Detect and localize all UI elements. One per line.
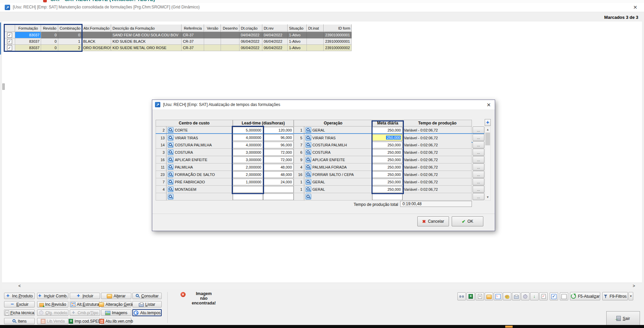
ellipsis-button[interactable]: ...: [473, 178, 484, 185]
cc-name-cell[interactable]: [166, 193, 233, 201]
lookup-magnifier-icon[interactable]: [168, 194, 173, 199]
leadtime-input[interactable]: [233, 186, 263, 193]
row-checkbox[interactable]: ✓: [7, 33, 12, 38]
grid-cell[interactable]: [82, 32, 111, 38]
lookup-magnifier-icon[interactable]: [305, 149, 311, 155]
grid-cell[interactable]: 1-Ativo: [288, 38, 307, 45]
toolbar-button-imagens[interactable]: Imagens: [101, 309, 131, 316]
cc-number-cell[interactable]: 7: [156, 178, 166, 186]
toolbar-button-alt-estrutura[interactable]: Alt.Estrutura: [70, 301, 100, 307]
meta-diaria-input[interactable]: 250,000: [372, 149, 402, 156]
lookup-magnifier-icon[interactable]: [305, 179, 311, 185]
col-header-centro-de-custo[interactable]: Centro de custo: [156, 120, 233, 126]
grid-cell[interactable]: 06/04/2022: [239, 38, 262, 45]
row-checkbox[interactable]: ✓: [7, 39, 12, 44]
tempo-producao-cell[interactable]: [402, 193, 472, 201]
grid-cell[interactable]: 04/04/2022: [262, 32, 288, 38]
grid-cell[interactable]: KID SUEDE METAL ORO ROSE: [111, 45, 182, 51]
operation-name-cell[interactable]: COSTURA PALMILH: [304, 141, 373, 149]
grid-cell[interactable]: 239010000001: [324, 32, 352, 38]
grid-col-header[interactable]: Formulação: [15, 24, 41, 32]
grid-cell[interactable]: 1: [58, 38, 82, 45]
grid-cell[interactable]: 1-Ativo: [288, 32, 307, 38]
toolbar-button-listar[interactable]: Listar: [132, 301, 162, 307]
tempo-producao-cell[interactable]: Variável - 0:02:06,72: [402, 186, 472, 193]
leadtime-hours-input[interactable]: 96,000: [263, 134, 294, 141]
meta-diaria-input[interactable]: 250,000: [372, 127, 402, 134]
leadtime-hours-input[interactable]: [263, 193, 294, 200]
grid-cell[interactable]: BLACK: [82, 38, 111, 45]
leadtime-hours-input[interactable]: 96,000: [263, 142, 294, 148]
grid-col-header[interactable]: Situação: [288, 24, 307, 32]
cc-number-cell[interactable]: 11: [156, 163, 166, 171]
checkbox-checked-button[interactable]: [550, 292, 558, 300]
dialog-row[interactable]: ...: [156, 193, 484, 201]
grid-cell[interactable]: 83037: [15, 38, 41, 45]
op-number-cell[interactable]: 1: [294, 186, 304, 193]
grid-cell[interactable]: 06/04/2022: [239, 45, 262, 51]
tempo-producao-cell[interactable]: Variável - 0:02:06,72: [402, 126, 472, 134]
checkbox-unchecked-button[interactable]: [560, 292, 568, 300]
grid-col-header[interactable]: Descrição da Formulação: [111, 24, 182, 32]
ellipsis-button[interactable]: ...: [473, 156, 484, 163]
meta-diaria-input[interactable]: 250,000: [372, 142, 402, 148]
grid-cell[interactable]: 06/04/2022: [262, 38, 288, 45]
toolbar-button-atu-lib-ven-cmb[interactable]: Atu.lib.ven.cmb: [101, 318, 131, 324]
leadtime-hours-input[interactable]: 72,000: [263, 156, 294, 163]
op-number-cell[interactable]: 9: [294, 156, 304, 163]
op-number-cell[interactable]: 4: [294, 163, 304, 171]
grid-col-header[interactable]: Referência: [182, 24, 204, 32]
grid-cell[interactable]: 0: [41, 45, 58, 51]
grid-col-header[interactable]: Abr.Formulação: [82, 24, 111, 32]
lookup-magnifier-icon[interactable]: [305, 186, 311, 192]
grid-col-header[interactable]: Dt.criação: [239, 24, 262, 32]
dialog-row[interactable]: 7PRÉ FABRICADO1,00000024,0001GERAL250,00…: [156, 178, 484, 186]
ellipsis-button[interactable]: ...: [473, 149, 484, 156]
folder-edit-button[interactable]: [485, 292, 493, 300]
lookup-magnifier-icon[interactable]: [168, 127, 173, 133]
leadtime-input[interactable]: 2,000000: [233, 171, 263, 178]
leadtime-input[interactable]: 1,000000: [233, 179, 263, 185]
print-preview-button[interactable]: [512, 292, 520, 300]
lookup-magnifier-icon[interactable]: [168, 135, 173, 141]
grid-cell[interactable]: 06/04/2022: [262, 45, 288, 51]
lookup-magnifier-icon[interactable]: [168, 186, 173, 192]
meta-diaria-input[interactable]: 250,000: [372, 186, 402, 193]
meta-diaria-input[interactable]: 250,000: [372, 156, 402, 163]
cc-number-cell[interactable]: 3: [156, 149, 166, 156]
col-header-meta-diaria[interactable]: Meta diária: [373, 120, 403, 126]
grid-cell[interactable]: [307, 32, 324, 38]
grid-col-header[interactable]: Dt.rev: [262, 24, 288, 32]
grid-col-header[interactable]: Desenho: [221, 24, 239, 32]
tempo-producao-cell[interactable]: Variável - 0:02:06,72: [402, 178, 472, 186]
meta-diaria-input[interactable]: 250,000: [372, 171, 402, 178]
row-checkbox[interactable]: ✓: [7, 45, 12, 50]
leadtime-input[interactable]: 3,000000: [233, 156, 263, 163]
operation-name-cell[interactable]: [304, 193, 373, 201]
grid-cell[interactable]: SAND FEM CAB COU SOLA COU BOV: [111, 32, 182, 38]
op-number-cell[interactable]: 16: [294, 171, 304, 178]
grid-cell[interactable]: [307, 45, 324, 51]
toolbar-button-cmb-p-tipo[interactable]: Cmb.p/Tipo: [70, 309, 100, 316]
leadtime-hours-input[interactable]: 48,000: [263, 171, 294, 178]
ellipsis-button[interactable]: ...: [473, 141, 484, 148]
cc-number-cell[interactable]: 2: [156, 126, 166, 134]
grid-cell[interactable]: CR-37: [182, 38, 204, 45]
operation-name-cell[interactable]: APLICAR ENFEITE: [304, 156, 373, 163]
ellipsis-button[interactable]: ...: [473, 193, 484, 200]
grid-cell[interactable]: 0: [41, 32, 58, 38]
lookup-magnifier-icon[interactable]: [168, 157, 173, 162]
col-header-tempo-producao[interactable]: Tempo de produção: [403, 120, 472, 126]
lookup-magnifier-icon[interactable]: [305, 157, 311, 162]
cc-number-cell[interactable]: [156, 193, 166, 201]
dialog-row[interactable]: 16APLICAR ENFEITE3,00000072,0009APLICAR …: [156, 156, 484, 163]
scroll-left-icon[interactable]: <: [16, 283, 23, 289]
ok-button[interactable]: ✔ OK: [452, 216, 483, 226]
lookup-magnifier-icon[interactable]: [168, 149, 173, 155]
toolbar-button-consultar[interactable]: Consultar: [132, 293, 162, 299]
palette-button[interactable]: [503, 292, 511, 300]
lookup-magnifier-icon[interactable]: [305, 135, 311, 141]
leadtime-hours-input[interactable]: 72,000: [263, 149, 294, 156]
download-button[interactable]: [530, 292, 539, 300]
leadtime-input[interactable]: 4,000000: [233, 142, 263, 148]
